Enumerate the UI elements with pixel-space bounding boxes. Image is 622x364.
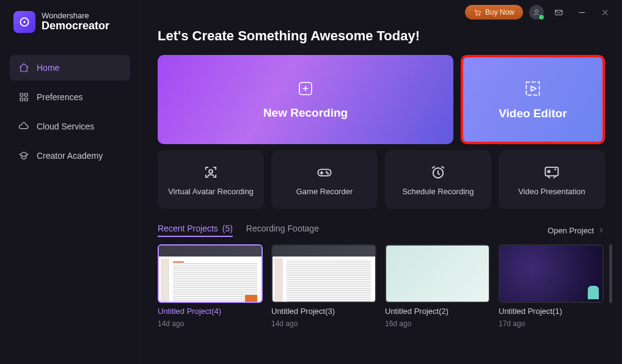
sidebar-item-label: Cloud Services bbox=[37, 122, 94, 131]
brand-product: Democreator bbox=[42, 20, 109, 32]
project-item[interactable]: Untitled Project(1) 17d ago bbox=[499, 244, 604, 328]
secondary-cards-row: Virtual Avatar Recording Game Recorder S… bbox=[158, 150, 605, 209]
buy-now-button[interactable]: Buy Now bbox=[465, 5, 523, 20]
sidebar-item-home[interactable]: Home bbox=[10, 55, 130, 81]
tab-count: (5) bbox=[222, 224, 233, 233]
open-project-button[interactable]: Open Project bbox=[547, 226, 605, 235]
academy-icon bbox=[18, 150, 29, 161]
mail-icon bbox=[554, 8, 563, 17]
close-icon bbox=[601, 8, 610, 17]
sidebar-nav: Home Preferences Cloud Services Creator … bbox=[10, 55, 130, 169]
cloud-icon bbox=[18, 121, 29, 132]
svg-point-1 bbox=[23, 21, 25, 23]
project-meta: 16d ago bbox=[385, 319, 490, 328]
svg-point-7 bbox=[479, 15, 480, 16]
svg-point-6 bbox=[476, 15, 477, 16]
project-meta: 14d ago bbox=[271, 319, 376, 328]
card-label: Game Recorder bbox=[296, 187, 353, 196]
projects-scrollbar[interactable] bbox=[609, 244, 612, 303]
card-label: New Recording bbox=[263, 106, 348, 120]
schedule-recording-card[interactable]: Schedule Recording bbox=[385, 150, 491, 209]
minimize-icon bbox=[577, 8, 587, 17]
virtual-avatar-card[interactable]: Virtual Avatar Recording bbox=[158, 150, 264, 209]
project-item[interactable]: Untitled Project(3) 14d ago bbox=[271, 244, 376, 328]
avatar-record-icon bbox=[202, 164, 219, 181]
grid-icon bbox=[18, 92, 29, 103]
svg-rect-4 bbox=[20, 98, 23, 101]
play-dashed-icon bbox=[523, 79, 543, 98]
project-item[interactable]: ▬▬▬ Untitled Project(4) 14d ago bbox=[158, 244, 263, 328]
chevron-right-icon bbox=[598, 227, 605, 234]
sidebar-item-academy[interactable]: Creator Academy bbox=[10, 143, 130, 169]
project-thumb bbox=[271, 244, 376, 303]
card-label: Virtual Avatar Recording bbox=[168, 187, 254, 196]
svg-rect-3 bbox=[25, 93, 28, 96]
card-label: Schedule Recording bbox=[402, 187, 474, 196]
svg-point-19 bbox=[326, 172, 327, 172]
titlebar: Buy Now bbox=[141, 0, 622, 24]
minimize-button[interactable] bbox=[573, 4, 590, 21]
svg-point-23 bbox=[548, 170, 550, 172]
page-title: Let's Create Something Awesome Today! bbox=[158, 28, 605, 44]
video-presentation-card[interactable]: Video Presentation bbox=[499, 150, 605, 209]
sidebar-item-label: Preferences bbox=[37, 92, 82, 102]
sidebar: Wondershare Democreator Home Preferences… bbox=[0, 0, 141, 364]
project-name: Untitled Project(1) bbox=[499, 307, 604, 316]
app-logo: Wondershare Democreator bbox=[10, 11, 130, 33]
main: Buy Now Let's Create Something Awesome T… bbox=[141, 0, 622, 364]
home-icon bbox=[18, 62, 29, 73]
game-recorder-card[interactable]: Game Recorder bbox=[271, 150, 378, 209]
project-name: Untitled Project(2) bbox=[385, 307, 490, 316]
avatar[interactable] bbox=[529, 5, 544, 20]
svg-rect-5 bbox=[25, 98, 28, 101]
svg-rect-2 bbox=[20, 93, 23, 96]
svg-rect-22 bbox=[546, 167, 558, 175]
card-label: Video Presentation bbox=[518, 187, 585, 196]
project-thumb bbox=[499, 244, 604, 303]
sidebar-item-label: Home bbox=[37, 63, 59, 73]
svg-rect-9 bbox=[555, 10, 562, 15]
tab-recent-projects[interactable]: Recent Projects (5) bbox=[158, 224, 233, 237]
buy-now-label: Buy Now bbox=[485, 8, 514, 16]
plus-square-icon bbox=[296, 79, 315, 98]
tab-recording-footage[interactable]: Recording Footage bbox=[246, 224, 319, 237]
project-thumb: ▬▬▬ bbox=[158, 244, 263, 303]
cart-icon bbox=[474, 9, 481, 16]
project-item[interactable]: Untitled Project(2) 16d ago bbox=[385, 244, 490, 328]
sidebar-item-cloud[interactable]: Cloud Services bbox=[10, 114, 130, 139]
project-meta: 17d ago bbox=[499, 319, 604, 328]
svg-point-16 bbox=[209, 169, 213, 173]
gamepad-icon bbox=[316, 164, 333, 181]
svg-point-24 bbox=[555, 169, 555, 169]
project-name: Untitled Project(4) bbox=[158, 307, 263, 316]
project-thumb bbox=[385, 244, 490, 303]
primary-cards-row: New Recording Video Editor bbox=[158, 55, 605, 144]
presentation-icon bbox=[543, 164, 560, 181]
tabs-row: Recent Projects (5) Recording Footage Op… bbox=[158, 224, 605, 237]
sidebar-item-preferences[interactable]: Preferences bbox=[10, 84, 130, 110]
brand-company: Wondershare bbox=[42, 12, 109, 20]
svg-point-20 bbox=[327, 173, 328, 173]
new-recording-card[interactable]: New Recording bbox=[158, 55, 453, 144]
projects-list: ▬▬▬ Untitled Project(4) 14d ago Untitled… bbox=[158, 244, 605, 328]
tab-label: Recent Projects bbox=[158, 224, 218, 233]
card-label: Video Editor bbox=[499, 107, 567, 120]
project-name: Untitled Project(3) bbox=[271, 307, 376, 316]
svg-point-8 bbox=[535, 10, 538, 13]
mail-button[interactable] bbox=[550, 4, 567, 21]
close-button[interactable] bbox=[596, 4, 613, 21]
video-editor-card[interactable]: Video Editor bbox=[461, 55, 605, 144]
tabs: Recent Projects (5) Recording Footage bbox=[158, 224, 319, 237]
logo-badge bbox=[13, 11, 35, 33]
open-project-label: Open Project bbox=[547, 226, 594, 235]
alarm-icon bbox=[430, 164, 447, 181]
sidebar-item-label: Creator Academy bbox=[37, 151, 103, 161]
tab-label: Recording Footage bbox=[246, 224, 319, 233]
user-icon bbox=[532, 8, 541, 16]
content: Let's Create Something Awesome Today! Ne… bbox=[141, 24, 622, 334]
project-meta: 14d ago bbox=[158, 319, 263, 328]
